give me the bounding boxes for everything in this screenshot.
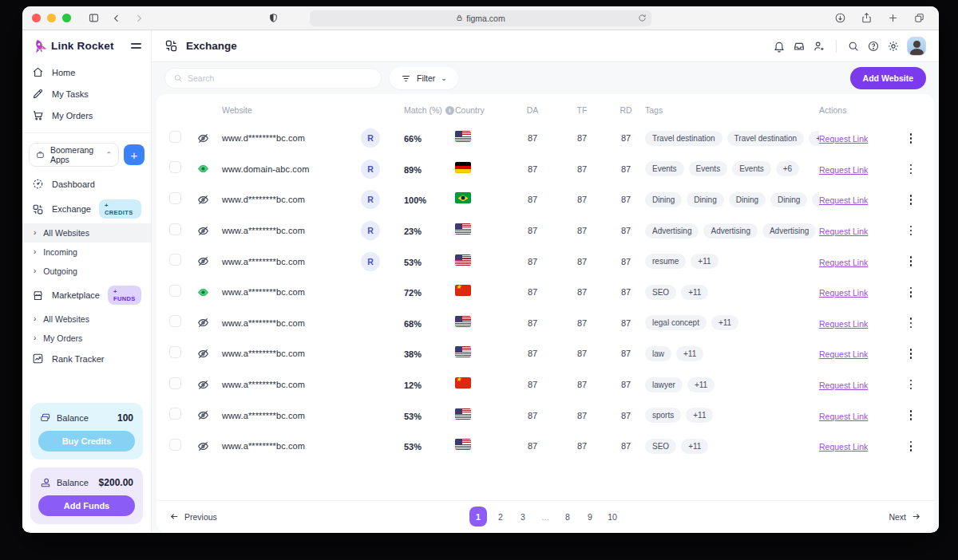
row-checkbox[interactable]	[169, 408, 181, 420]
sidebar-item-marketplace[interactable]: Marketplace + FUNDS	[22, 281, 151, 310]
tag-more-pill[interactable]: +11	[681, 439, 708, 454]
kebab-menu[interactable]	[896, 410, 926, 420]
eye-hidden-icon[interactable]	[196, 347, 210, 361]
kebab-menu[interactable]	[896, 441, 926, 452]
row-checkbox[interactable]	[169, 439, 181, 451]
tag-more-pill[interactable]: +6	[776, 161, 799, 176]
add-website-button[interactable]: Add Website	[850, 67, 926, 89]
eye-hidden-icon[interactable]	[196, 316, 210, 329]
eye-hidden-icon[interactable]	[196, 378, 210, 392]
page-button[interactable]: 3	[514, 507, 532, 526]
user-avatar[interactable]	[907, 37, 926, 56]
eye-visible-icon[interactable]	[196, 286, 210, 299]
kebab-menu[interactable]	[896, 256, 926, 266]
request-link[interactable]: Request Link	[819, 288, 868, 298]
minimize-window-button[interactable]	[47, 14, 56, 22]
tag-more-pill[interactable]: +11	[687, 377, 715, 392]
page-button[interactable]: 2	[492, 507, 509, 526]
eye-hidden-icon[interactable]	[196, 440, 210, 453]
close-window-button[interactable]	[32, 14, 41, 22]
request-link[interactable]: Request Link	[819, 258, 868, 267]
tag-more-pill[interactable]: +1	[812, 192, 819, 207]
forward-icon[interactable]	[133, 13, 144, 24]
sidebar-item-exchange[interactable]: Exchange + CREDITS	[22, 195, 151, 223]
info-icon[interactable]: i	[445, 106, 454, 115]
row-checkbox[interactable]	[169, 377, 181, 389]
tag-more-pill[interactable]: +11	[711, 315, 738, 330]
kebab-menu[interactable]	[896, 133, 926, 144]
search-input[interactable]	[188, 73, 373, 83]
sidebar-item-all-websites[interactable]: › All Websites	[22, 223, 151, 243]
page-button[interactable]: 9	[581, 507, 599, 526]
kebab-menu[interactable]	[896, 164, 926, 175]
sidebar-item-rank-tracker[interactable]: Rank Tracker	[22, 348, 151, 369]
sidebar-item-my-orders[interactable]: My Orders	[22, 105, 151, 126]
eye-hidden-icon[interactable]	[196, 224, 210, 238]
sidebar-item-outgoing[interactable]: › Outgoing	[22, 262, 151, 281]
eye-hidden-icon[interactable]	[196, 254, 210, 268]
privacy-shield-icon[interactable]	[268, 13, 279, 23]
kebab-menu[interactable]	[896, 195, 926, 205]
kebab-menu[interactable]	[896, 317, 926, 328]
next-page-button[interactable]: Next	[889, 511, 921, 522]
kebab-menu[interactable]	[896, 380, 926, 390]
request-link[interactable]: Request Link	[819, 165, 868, 175]
search-box[interactable]	[164, 68, 382, 89]
sidebar-item-home[interactable]: Home	[22, 61, 151, 83]
row-checkbox[interactable]	[169, 192, 181, 204]
kebab-menu[interactable]	[896, 226, 926, 236]
eye-hidden-icon[interactable]	[196, 132, 210, 145]
buy-credits-button[interactable]: Buy Credits	[38, 431, 135, 452]
row-checkbox[interactable]	[169, 161, 181, 173]
zoom-window-button[interactable]	[62, 14, 71, 22]
tag-more-pill[interactable]: +11	[686, 408, 713, 423]
help-icon[interactable]	[867, 40, 880, 53]
sidebar-item-dashboard[interactable]: Dashboard	[22, 173, 151, 195]
filter-button[interactable]: Filter ⌄	[390, 67, 458, 89]
row-checkbox[interactable]	[169, 315, 181, 327]
tag-more-pill[interactable]: +3	[809, 131, 819, 146]
row-checkbox[interactable]	[169, 254, 181, 266]
row-checkbox[interactable]	[169, 131, 181, 143]
sidebar-toggle-icon[interactable]	[88, 12, 100, 24]
notifications-icon[interactable]	[773, 40, 786, 53]
row-checkbox[interactable]	[169, 346, 181, 358]
kebab-menu[interactable]	[896, 349, 926, 359]
request-link[interactable]: Request Link	[819, 195, 868, 205]
previous-page-button[interactable]: Previous	[169, 511, 217, 522]
request-link[interactable]: Request Link	[819, 412, 868, 421]
tab-overview-icon[interactable]	[913, 12, 925, 24]
row-checkbox[interactable]	[169, 223, 181, 235]
page-button[interactable]: 1	[469, 507, 487, 526]
page-button[interactable]: 10	[604, 507, 621, 526]
page-button[interactable]: 8	[559, 507, 576, 526]
workspace-selector[interactable]: Boomerang Apps ⌃	[29, 143, 119, 167]
back-icon[interactable]	[111, 13, 122, 24]
request-link[interactable]: Request Link	[819, 381, 868, 390]
invite-user-icon[interactable]	[813, 40, 825, 53]
row-checkbox[interactable]	[169, 285, 181, 297]
sidebar-item-incoming[interactable]: › Incoming	[22, 243, 151, 262]
request-link[interactable]: Request Link	[819, 349, 868, 359]
tag-more-pill[interactable]: +11	[681, 285, 708, 300]
tag-more-pill[interactable]: +11	[676, 346, 703, 361]
request-link[interactable]: Request Link	[819, 319, 868, 329]
sidebar-item-my-tasks[interactable]: My Tasks	[22, 83, 151, 105]
inbox-icon[interactable]	[793, 40, 806, 53]
sidebar-collapse-icon[interactable]	[131, 43, 141, 48]
new-tab-icon[interactable]	[887, 12, 899, 24]
downloads-icon[interactable]	[834, 12, 846, 24]
tag-more-pill[interactable]: +11	[691, 254, 718, 269]
search-icon[interactable]	[847, 40, 860, 53]
sidebar-item-marketplace-all-websites[interactable]: › All Websites	[22, 310, 151, 329]
refresh-icon[interactable]	[638, 14, 647, 22]
add-funds-button[interactable]: Add Funds	[38, 495, 135, 516]
add-workspace-button[interactable]: +	[124, 144, 144, 165]
eye-visible-icon[interactable]	[196, 162, 210, 175]
share-icon[interactable]	[861, 12, 873, 24]
url-bar[interactable]: figma.com	[310, 10, 651, 26]
sidebar-item-marketplace-my-orders[interactable]: › My Orders	[22, 329, 151, 348]
eye-hidden-icon[interactable]	[196, 193, 210, 207]
eye-hidden-icon[interactable]	[196, 408, 210, 422]
kebab-menu[interactable]	[896, 287, 926, 298]
